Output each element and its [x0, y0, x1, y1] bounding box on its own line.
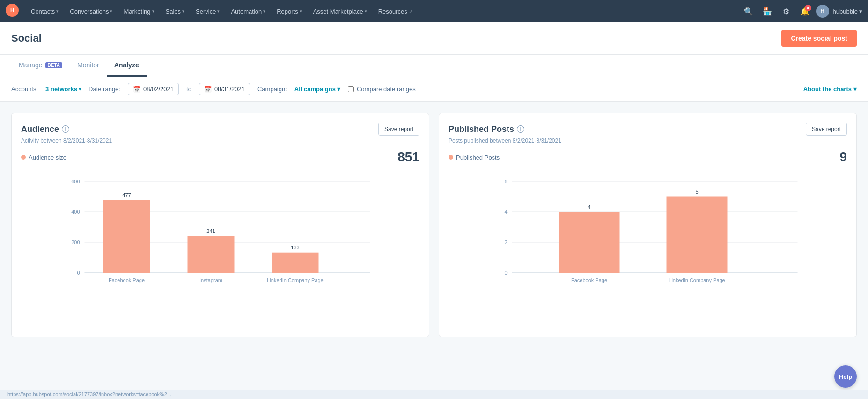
date-from-input[interactable]: 📅 08/02/2021 — [128, 83, 179, 95]
campaign-filter[interactable]: All campaigns ▾ — [294, 86, 340, 93]
published-posts-title: Published Posts i — [449, 124, 524, 134]
svg-text:LinkedIn Company Page: LinkedIn Company Page — [267, 277, 323, 283]
chevron-down-icon: ▾ — [263, 9, 265, 14]
accounts-label: Accounts: — [11, 86, 38, 93]
external-link-icon: ↗ — [409, 8, 413, 15]
published-posts-legend-row: Published Posts 9 — [449, 150, 847, 165]
nav-item-conversations[interactable]: Conversations ▾ — [65, 0, 117, 22]
svg-text:4: 4 — [504, 209, 507, 215]
svg-text:Instagram: Instagram — [199, 277, 222, 283]
svg-text:477: 477 — [122, 192, 131, 198]
chevron-down-icon: ▾ — [79, 87, 81, 92]
to-label: to — [186, 86, 191, 93]
chevron-down-icon: ▾ — [365, 9, 367, 14]
tab-manage[interactable]: Manage BETA — [11, 55, 70, 77]
tabs-bar: Manage BETA Monitor Analyze — [0, 55, 868, 77]
published-posts-card-header: Published Posts i Save report — [449, 123, 847, 136]
svg-text:600: 600 — [71, 179, 80, 184]
published-posts-card: Published Posts i Save report Posts publ… — [439, 113, 857, 337]
audience-subtitle: Activity between 8/2/2021-8/31/2021 — [21, 138, 419, 144]
chevron-down-icon: ▾ — [182, 9, 184, 14]
marketplace-button[interactable]: 🏪 — [760, 4, 775, 19]
beta-badge: BETA — [45, 62, 62, 68]
svg-text:2: 2 — [504, 239, 507, 245]
hubspot-logo[interactable]: H — [6, 4, 21, 19]
published-posts-save-report-button[interactable]: Save report — [806, 123, 847, 136]
nav-right: 🔍 🏪 ⚙ 🔔 4 H hububble ▾ — [741, 4, 863, 19]
chevron-down-icon: ▾ — [853, 86, 857, 93]
audience-info-icon[interactable]: i — [62, 125, 69, 133]
settings-button[interactable]: ⚙ — [779, 4, 794, 19]
published-posts-legend-item: Published Posts — [449, 154, 500, 161]
chevron-down-icon: ▾ — [859, 8, 862, 15]
about-charts-button[interactable]: About the charts ▾ — [803, 86, 857, 93]
audience-legend-dot — [21, 155, 26, 160]
navbar: H Contacts ▾ Conversations ▾ Marketing ▾… — [0, 0, 868, 22]
nav-item-automation[interactable]: Automation ▾ — [226, 0, 270, 22]
svg-text:200: 200 — [71, 239, 80, 245]
compare-checkbox-input[interactable] — [348, 86, 354, 92]
store-icon: 🏪 — [763, 7, 772, 16]
audience-chart: 600 400 200 0 477 Facebook Page 241 Inst… — [21, 172, 419, 303]
audience-card-header: Audience i Save report — [21, 123, 419, 136]
nav-item-resources[interactable]: Resources ↗ — [374, 0, 418, 22]
bar-facebook — [103, 200, 150, 273]
svg-text:4: 4 — [588, 204, 590, 210]
avatar[interactable]: H — [816, 5, 829, 18]
chevron-down-icon: ▾ — [110, 9, 112, 14]
audience-card: Audience i Save report Activity between … — [11, 113, 429, 337]
chevron-down-icon: ▾ — [300, 9, 302, 14]
tab-analyze[interactable]: Analyze — [107, 55, 147, 77]
content-area: Audience i Save report Activity between … — [0, 102, 868, 348]
nav-item-marketing[interactable]: Marketing ▾ — [119, 0, 159, 22]
bar-linkedin — [272, 253, 319, 273]
audience-save-report-button[interactable]: Save report — [378, 123, 419, 136]
date-to-input[interactable]: 📅 08/31/2021 — [199, 83, 250, 95]
audience-legend-row: Audience size 851 — [21, 150, 419, 165]
svg-text:6: 6 — [504, 179, 507, 184]
tab-monitor[interactable]: Monitor — [70, 55, 107, 77]
published-posts-subtitle: Posts published between 8/2/2021-8/31/20… — [449, 138, 847, 144]
create-social-post-button[interactable]: Create social post — [781, 30, 857, 47]
published-posts-chart-svg: 6 4 2 0 4 Facebook Page 5 LinkedIn Compa… — [449, 172, 847, 303]
svg-text:400: 400 — [71, 209, 80, 215]
svg-text:LinkedIn Company Page: LinkedIn Company Page — [669, 277, 725, 283]
svg-text:0: 0 — [504, 270, 507, 276]
chevron-down-icon: ▾ — [56, 9, 59, 14]
bar-instagram — [188, 236, 235, 273]
nav-item-service[interactable]: Service ▾ — [191, 0, 224, 22]
search-icon: 🔍 — [744, 7, 753, 16]
nav-item-contacts[interactable]: Contacts ▾ — [26, 0, 63, 22]
published-posts-info-icon[interactable]: i — [517, 125, 524, 133]
notification-badge: 4 — [805, 5, 811, 11]
username-menu[interactable]: hububble ▾ — [833, 8, 863, 15]
filters-bar: Accounts: 3 networks ▾ Date range: 📅 08/… — [0, 77, 868, 102]
bar-pp-facebook — [559, 212, 620, 273]
date-range-label: Date range: — [88, 86, 120, 93]
svg-text:5: 5 — [695, 189, 698, 195]
svg-text:241: 241 — [206, 228, 215, 234]
calendar-icon: 📅 — [133, 86, 140, 93]
audience-total-count: 851 — [397, 150, 419, 165]
page-title: Social — [11, 32, 42, 44]
chevron-down-icon: ▾ — [217, 9, 220, 14]
compare-date-ranges-checkbox[interactable]: Compare date ranges — [348, 86, 416, 93]
published-posts-chart: 6 4 2 0 4 Facebook Page 5 LinkedIn Compa… — [449, 172, 847, 303]
svg-text:0: 0 — [77, 270, 80, 276]
nav-item-asset-marketplace[interactable]: Asset Marketplace ▾ — [309, 0, 372, 22]
nav-item-reports[interactable]: Reports ▾ — [272, 0, 307, 22]
accounts-filter[interactable]: 3 networks ▾ — [45, 86, 81, 93]
svg-text:Facebook Page: Facebook Page — [571, 277, 607, 283]
nav-item-sales[interactable]: Sales ▾ — [161, 0, 190, 22]
svg-text:133: 133 — [291, 245, 299, 250]
svg-text:Facebook Page: Facebook Page — [109, 277, 145, 283]
audience-legend-item: Audience size — [21, 154, 66, 161]
search-button[interactable]: 🔍 — [741, 4, 756, 19]
audience-chart-svg: 600 400 200 0 477 Facebook Page 241 Inst… — [21, 172, 419, 303]
bar-pp-linkedin — [667, 197, 728, 273]
calendar-icon: 📅 — [204, 86, 212, 93]
notifications-button[interactable]: 🔔 4 — [797, 4, 812, 19]
published-posts-legend-dot — [449, 155, 453, 160]
campaign-label: Campaign: — [257, 86, 287, 93]
chevron-down-icon: ▾ — [152, 9, 154, 14]
